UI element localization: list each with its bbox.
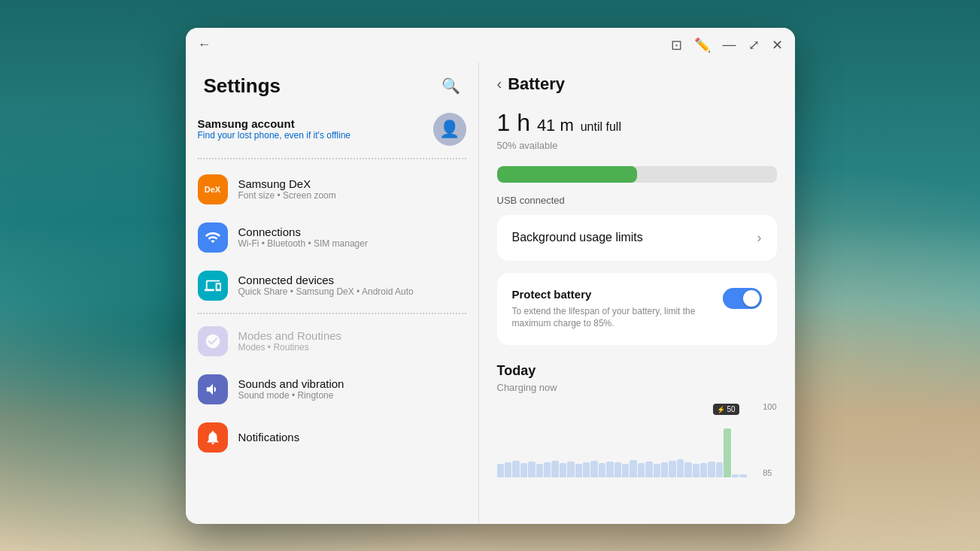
sidebar-item-modes-routines[interactable]: Modes and Routines Modes • Routines [186,317,478,365]
titlebar-left: ← [198,37,211,53]
chart-bar [583,462,590,477]
chart-bar [716,462,723,477]
close-icon[interactable]: ✕ [772,37,783,53]
chart-bar [645,462,652,477]
charge-value: 50 [727,405,735,413]
right-panel: ‹ Battery 1 h 41 m until full 50% availa… [479,62,795,524]
battery-bar-fill [497,166,637,183]
modes-icon [198,326,228,356]
chart-bar [700,463,707,477]
connections-label: Connections [238,226,466,238]
divider-middle [198,313,466,314]
sidebar-item-notifications[interactable]: Notifications [186,413,478,462]
chart-bar [560,463,566,477]
minimize-icon[interactable]: — [723,37,736,53]
sidebar-item-connected-devices[interactable]: Connected devices Quick Share • Samsung … [186,262,478,310]
chart-bar [677,459,684,477]
chart-bar [575,464,582,477]
notifications-label: Notifications [238,431,466,444]
modes-text: Modes and Routines Modes • Routines [238,329,466,353]
battery-content: 1 h 41 m until full 50% available USB co… [479,103,795,490]
maximize-icon[interactable]: ⤢ [748,37,760,53]
chart-bar-active [724,428,730,477]
connected-devices-icon [198,271,228,301]
battery-chart: 50 100 85 [497,402,777,477]
chart-bar [567,462,574,477]
chart-bar [551,461,558,477]
chart-bar [622,464,629,477]
chart-bar [739,474,746,477]
chart-bar [544,462,551,477]
connected-devices-sub: Quick Share • Samsung DeX • Android Auto [238,286,466,297]
chart-y-top: 100 [763,402,776,411]
account-info: Samsung account Find your lost phone, ev… [198,117,424,141]
chart-bar [599,463,605,477]
background-usage-arrow: › [757,230,762,246]
chart-bar [708,462,715,477]
today-section: Today Charging now [497,357,777,477]
samsung-dex-text: Samsung DeX Font size • Screen zoom [238,177,466,201]
chart-bar [606,462,613,477]
pin-icon[interactable]: ✏️ [694,37,711,53]
screenshot-icon[interactable]: ⊡ [671,37,682,53]
sidebar-item-samsung-dex[interactable]: DeX Samsung DeX Font size • Screen zoom [186,165,478,213]
chart-bar [669,461,675,477]
battery-title: Battery [508,74,565,94]
settings-title: Settings [204,74,281,98]
chart-bar [505,462,511,477]
chart-y-labels: 100 85 [763,402,776,477]
protect-text: Protect battery To extend the lifespan o… [512,288,714,331]
account-section[interactable]: Samsung account Find your lost phone, ev… [186,107,478,158]
battery-bar [497,166,777,183]
time-minutes: 41 m [537,116,574,135]
background-usage-card[interactable]: Background usage limits › [497,215,777,261]
protect-battery-card: Protect battery To extend the lifespan o… [497,273,777,346]
connections-icon [198,223,228,253]
search-icon[interactable]: 🔍 [441,77,460,95]
modes-sub: Modes • Routines [238,342,466,353]
chart-bar [630,460,636,477]
titlebar-right: ⊡ ✏️ — ⤢ ✕ [671,37,783,53]
account-subtitle: Find your lost phone, even if it's offli… [198,130,424,141]
sounds-icon [198,374,228,404]
today-label: Today [497,363,777,379]
protect-battery-toggle[interactable] [723,288,762,309]
connections-sub: Wi-Fi • Bluetooth • SIM manager [238,238,466,249]
chart-bar [654,464,660,477]
chart-bar [684,462,691,477]
chart-bar [614,462,621,477]
modes-label: Modes and Routines [238,329,466,342]
protect-row: Protect battery To extend the lifespan o… [512,288,762,331]
chart-bar [661,462,668,477]
notifications-text: Notifications [238,431,466,444]
settings-list: DeX Samsung DeX Font size • Screen zoom … [186,165,478,524]
divider-top [198,158,466,159]
time-hours: 1 h [497,109,530,136]
main-content: Settings 🔍 Samsung account Find your los… [186,62,795,524]
sidebar-item-sounds[interactable]: Sounds and vibration Sound mode • Ringto… [186,365,478,413]
chart-bar [497,464,504,477]
battery-header: ‹ Battery [479,62,795,103]
chart-bar [520,463,527,477]
protect-battery-desc: To extend the lifespan of your battery, … [512,305,714,331]
time-display: 1 h 41 m until full 50% available [497,103,777,154]
settings-header: Settings 🔍 [186,62,478,107]
left-panel: Settings 🔍 Samsung account Find your los… [186,62,479,524]
sounds-label: Sounds and vibration [238,377,466,390]
battery-available: 50% available [497,140,777,151]
chart-bar [512,461,519,477]
charge-time: 1 h 41 m until full [497,109,777,137]
avatar: 👤 [433,113,466,146]
chart-bar [536,464,543,477]
charging-status: Charging now [497,382,777,393]
sidebar-item-connections[interactable]: Connections Wi-Fi • Bluetooth • SIM mana… [186,213,478,262]
charge-badge: 50 [713,404,739,415]
battery-back-arrow[interactable]: ‹ [497,75,502,92]
back-button[interactable]: ← [198,37,211,53]
chart-bar [590,461,597,477]
samsung-dex-label: Samsung DeX [238,177,466,190]
sounds-sub: Sound mode • Ringtone [238,390,466,401]
background-usage-label: Background usage limits [512,231,643,244]
notifications-icon [198,422,228,453]
connected-devices-label: Connected devices [238,274,466,286]
